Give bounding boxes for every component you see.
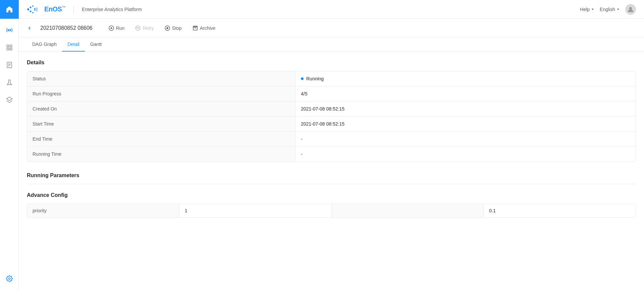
stop-button[interactable]: Stop bbox=[162, 24, 184, 32]
running-time-label: Running Time bbox=[27, 147, 296, 161]
svg-rect-26 bbox=[166, 27, 168, 29]
archive-icon bbox=[193, 25, 198, 31]
platform-name: Enterprise Analytics Platform bbox=[82, 7, 142, 12]
svg-point-20 bbox=[37, 10, 38, 11]
svg-marker-9 bbox=[6, 97, 12, 101]
advance-config-title: Advance Config bbox=[27, 192, 636, 198]
advance-col1-label: priority bbox=[27, 204, 179, 217]
help-button[interactable]: Help bbox=[580, 7, 594, 12]
svg-point-11 bbox=[27, 8, 29, 10]
sidebar-item-dashboard[interactable] bbox=[0, 39, 19, 56]
run-button[interactable]: Run bbox=[106, 24, 127, 32]
enos-logo-text: EnOS™ bbox=[44, 5, 65, 13]
table-row: End Time - bbox=[27, 132, 636, 147]
page-content: 202107080852 08606 Run bbox=[19, 19, 644, 290]
svg-point-15 bbox=[32, 12, 34, 13]
running-params-section: Running Parameters bbox=[27, 172, 636, 184]
retry-icon bbox=[135, 25, 141, 31]
sidebar-item-analytics[interactable] bbox=[0, 21, 19, 39]
advance-config-table: priority 1 0.1 bbox=[27, 204, 636, 218]
advance-col1-value: 1 bbox=[179, 204, 332, 217]
back-button[interactable] bbox=[27, 25, 32, 31]
run-progress-label: Run Progress bbox=[27, 86, 296, 101]
status-label: Status bbox=[27, 71, 296, 86]
advance-col2-label bbox=[332, 204, 484, 217]
archive-button[interactable]: Archive bbox=[190, 24, 218, 32]
language-button[interactable]: English bbox=[600, 7, 620, 12]
table-row: priority 1 0.1 bbox=[27, 204, 636, 217]
details-section: Details Status Running Run Progress 4/5 bbox=[27, 60, 636, 162]
table-row: Start Time 2021-07-08 08:52:15 bbox=[27, 117, 636, 132]
svg-point-12 bbox=[30, 6, 32, 8]
start-time-value: 2021-07-08 08:52:15 bbox=[296, 117, 636, 131]
back-arrow-icon bbox=[27, 25, 32, 31]
svg-point-18 bbox=[37, 7, 38, 8]
end-time-label: End Time bbox=[27, 132, 296, 146]
job-id-label: 202107080852 08606 bbox=[40, 25, 93, 31]
svg-point-10 bbox=[8, 278, 10, 280]
sidebar-item-lab[interactable] bbox=[0, 74, 19, 91]
sidebar-item-layers[interactable] bbox=[0, 91, 19, 108]
svg-marker-23 bbox=[111, 27, 113, 29]
sidebar-item-settings[interactable] bbox=[0, 270, 19, 287]
table-row: Created On 2021-07-08 08:52:15 bbox=[27, 101, 636, 117]
action-buttons: Run Retry Stop bbox=[106, 24, 218, 32]
header-right: Help English bbox=[580, 4, 636, 15]
running-time-value: - bbox=[296, 147, 636, 161]
status-value: Running bbox=[296, 71, 636, 86]
details-title: Details bbox=[27, 60, 636, 66]
main-area: EnOS™ Enterprise Analytics Platform Help… bbox=[19, 0, 644, 290]
svg-point-21 bbox=[629, 7, 632, 10]
avatar[interactable] bbox=[625, 4, 636, 15]
user-avatar-icon bbox=[627, 6, 634, 13]
start-time-label: Start Time bbox=[27, 117, 296, 131]
table-row: Status Running bbox=[27, 71, 636, 86]
top-header: EnOS™ Enterprise Analytics Platform Help… bbox=[19, 0, 644, 19]
enos-logo-icon bbox=[27, 5, 40, 14]
advance-config-section: Advance Config priority 1 0.1 bbox=[27, 192, 636, 218]
tab-dag-graph[interactable]: DAG Graph bbox=[27, 38, 62, 52]
svg-point-17 bbox=[34, 9, 36, 11]
sidebar-item-reports[interactable] bbox=[0, 56, 19, 74]
sidebar bbox=[0, 0, 19, 290]
svg-point-16 bbox=[34, 8, 36, 9]
logo-area: EnOS™ Enterprise Analytics Platform bbox=[27, 5, 142, 14]
end-time-value: - bbox=[296, 132, 636, 146]
retry-button[interactable]: Retry bbox=[132, 24, 156, 32]
svg-rect-4 bbox=[10, 48, 12, 50]
svg-rect-2 bbox=[10, 45, 12, 47]
running-params-title: Running Parameters bbox=[27, 172, 636, 178]
status-dot bbox=[301, 77, 304, 80]
header-divider bbox=[73, 5, 74, 13]
sub-header: 202107080852 08606 Run bbox=[19, 19, 644, 38]
stop-icon bbox=[165, 25, 170, 31]
tabs-bar: DAG Graph Detail Gantt bbox=[19, 38, 644, 52]
svg-point-13 bbox=[30, 10, 32, 12]
table-row: Run Progress 4/5 bbox=[27, 86, 636, 101]
details-table: Status Running Run Progress 4/5 Created … bbox=[27, 71, 636, 162]
run-icon bbox=[109, 25, 114, 31]
created-on-value: 2021-07-08 08:52:15 bbox=[296, 101, 636, 116]
tab-detail[interactable]: Detail bbox=[62, 38, 85, 52]
tab-gantt[interactable]: Gantt bbox=[85, 38, 107, 52]
table-row: Running Time - bbox=[27, 147, 636, 161]
running-params-divider bbox=[27, 184, 636, 184]
svg-point-14 bbox=[32, 5, 34, 7]
svg-point-19 bbox=[37, 9, 38, 10]
chevron-down-icon bbox=[591, 8, 594, 11]
svg-rect-1 bbox=[7, 45, 9, 47]
svg-point-0 bbox=[8, 29, 10, 31]
chevron-down-icon-lang bbox=[616, 8, 620, 11]
advance-col2-value: 0.1 bbox=[484, 204, 636, 217]
run-progress-value: 4/5 bbox=[296, 86, 636, 101]
sidebar-home-button[interactable] bbox=[0, 0, 19, 19]
content-area: Details Status Running Run Progress 4/5 bbox=[19, 52, 644, 234]
svg-rect-3 bbox=[7, 48, 9, 50]
created-on-label: Created On bbox=[27, 101, 296, 116]
